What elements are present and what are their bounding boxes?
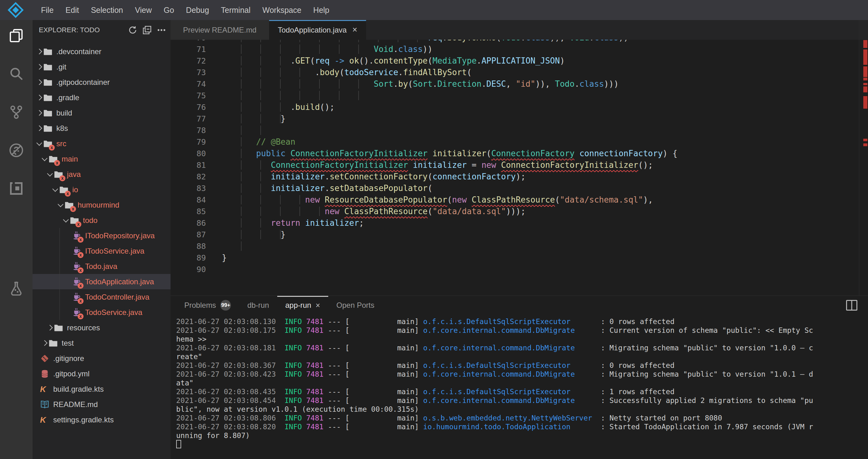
menu-item-debug[interactable]: Debug (180, 6, 215, 15)
editor-tab-todoapplication-java[interactable]: TodoApplication.java× (269, 20, 366, 40)
chevron-right-icon[interactable] (35, 80, 43, 84)
tree-item-todo[interactable]: xtodo (33, 212, 170, 228)
tree-item-Todo.java[interactable]: xTodo.java (33, 259, 170, 274)
overview-ruler[interactable] (859, 20, 868, 295)
line-number: 76 (170, 102, 206, 113)
tree-item-ITodoService.java[interactable]: xITodoService.java (33, 243, 170, 259)
indent-guides (222, 56, 290, 65)
collapse-all-icon[interactable] (143, 25, 152, 35)
editor-tab-preview-readme-md[interactable]: Preview README.md (170, 20, 269, 40)
tree-item-build[interactable]: build (33, 105, 170, 120)
tree-item-settings.gradle.kts[interactable]: Ksettings.gradle.kts (33, 412, 170, 427)
flask-icon[interactable] (9, 281, 24, 296)
tree-item-io[interactable]: xio (33, 182, 170, 197)
menu-item-workspace[interactable]: Workspace (256, 6, 308, 15)
files-icon[interactable] (9, 28, 24, 43)
tree-item-.devcontainer[interactable]: .devcontainer (33, 44, 170, 59)
tree-item-label: .git (56, 63, 66, 71)
close-icon[interactable]: × (315, 301, 320, 310)
tree-item-ITodoRepository.java[interactable]: xITodoRepository.java (33, 228, 170, 243)
tree-item-.gitpodcontainer[interactable]: .gitpodcontainer (33, 75, 170, 90)
tree-item-main[interactable]: xmain (33, 151, 170, 167)
tree-item-label: README.md (53, 400, 98, 409)
error-mark (863, 139, 867, 141)
code-editor[interactable]: 70 req.bodyToMono(Todo.class)), Void.cla… (170, 40, 868, 295)
panel-tab-bar: Problems99+db-runapp-run×Open Ports (170, 296, 868, 315)
chevron-down-icon[interactable] (40, 157, 49, 160)
chevron-right-icon[interactable] (35, 50, 43, 54)
code-line: 79 // @Bean (170, 136, 868, 148)
chevron-right-icon[interactable] (35, 111, 43, 115)
panel-tab-open-ports[interactable]: Open Ports (328, 296, 382, 315)
tree-item-TodoService.java[interactable]: xTodoService.java (33, 305, 170, 320)
refresh-icon[interactable] (128, 25, 137, 35)
search-icon[interactable] (9, 66, 24, 81)
tree-item-TodoController.java[interactable]: xTodoController.java (33, 289, 170, 305)
chevron-down-icon[interactable] (56, 203, 64, 206)
terminal-output[interactable]: 2021-06-27 02:03:08.130 INFO 7481 --- [ … (170, 315, 868, 459)
tree-item-resources[interactable]: resources (33, 320, 170, 335)
code-line: 87 } (170, 229, 868, 240)
error-mark (863, 96, 867, 109)
indent-guides (222, 230, 281, 239)
tree-item-humourmind[interactable]: xhumourmind (33, 197, 170, 212)
tree-item-java[interactable]: xjava (33, 167, 170, 182)
chevron-down-icon[interactable] (46, 173, 54, 176)
source-control-icon[interactable] (9, 105, 24, 120)
menu-item-edit[interactable]: Edit (59, 6, 85, 15)
folder-file-icon (43, 62, 53, 72)
chevron-right-icon[interactable] (35, 95, 43, 99)
code-line-text: new ResourceDatabasePopulator(new ClassP… (222, 194, 653, 206)
chevron-down-icon[interactable] (35, 142, 43, 145)
code-line: 75 (170, 90, 868, 102)
code-line: 72 .GET(req -> ok().contentType(MediaTyp… (170, 55, 868, 67)
tree-item-TodoApplication.java[interactable]: xTodoApplication.java (33, 274, 170, 289)
menu-item-go[interactable]: Go (158, 6, 180, 15)
chevron-right-icon[interactable] (46, 326, 54, 330)
error-badge: x (70, 206, 76, 212)
panel-tab-problems[interactable]: Problems99+ (176, 296, 239, 315)
menu-item-terminal[interactable]: Terminal (215, 6, 256, 15)
book-file-icon (40, 400, 50, 409)
panel-tab-app-run[interactable]: app-run× (277, 296, 328, 315)
chevron-down-icon[interactable] (62, 219, 70, 222)
more-actions-icon[interactable] (157, 25, 166, 35)
error-badge: x (75, 221, 81, 227)
tree-item-.git[interactable]: .git (33, 59, 170, 75)
tree-item-k8s[interactable]: k8s (33, 120, 170, 136)
code-line: 78 (170, 124, 868, 136)
code-line-text: .build(); (222, 102, 335, 113)
line-number: 82 (170, 171, 206, 182)
indent-guides (222, 45, 374, 54)
menu-item-file[interactable]: File (35, 6, 59, 15)
tree-item-label: TodoService.java (85, 308, 143, 317)
chevron-down-icon[interactable] (51, 188, 59, 191)
menu-item-view[interactable]: View (129, 6, 158, 15)
tree-item-.gradle[interactable]: .gradle (33, 90, 170, 105)
extensions-icon[interactable] (9, 181, 24, 196)
log-pid: 7481 (306, 317, 323, 326)
folder-file-icon: x (54, 170, 63, 179)
chevron-right-icon[interactable] (35, 126, 43, 130)
panel-layout-icon[interactable] (846, 300, 857, 311)
tree-item-README.md[interactable]: README.md (33, 397, 170, 412)
java-file-icon: x (72, 308, 81, 317)
menu-item-help[interactable]: Help (307, 6, 335, 15)
tree-item-src[interactable]: xsrc (33, 136, 170, 151)
tree-item-.gitignore[interactable]: .gitignore (33, 351, 170, 366)
tree-item-test[interactable]: test (33, 335, 170, 351)
close-icon[interactable]: × (352, 25, 357, 35)
chevron-right-icon[interactable] (35, 65, 43, 69)
indent-guides (222, 149, 256, 158)
error-mark (863, 86, 867, 92)
log-level: INFO (284, 414, 302, 422)
debug-off-icon[interactable] (9, 143, 24, 158)
code-line-text: Sort.by(Sort.Direction.DESC, "id")), Tod… (222, 78, 619, 90)
tree-item-.gitpod.yml[interactable]: .gitpod.yml (33, 366, 170, 381)
tree-item-build.gradle.kts[interactable]: Kbuild.gradle.kts (33, 381, 170, 397)
chevron-right-icon[interactable] (40, 341, 49, 345)
java-file-icon: x (72, 231, 81, 240)
menu-item-selection[interactable]: Selection (85, 6, 129, 15)
panel-tab-db-run[interactable]: db-run (239, 296, 277, 315)
log-level: INFO (284, 361, 302, 369)
